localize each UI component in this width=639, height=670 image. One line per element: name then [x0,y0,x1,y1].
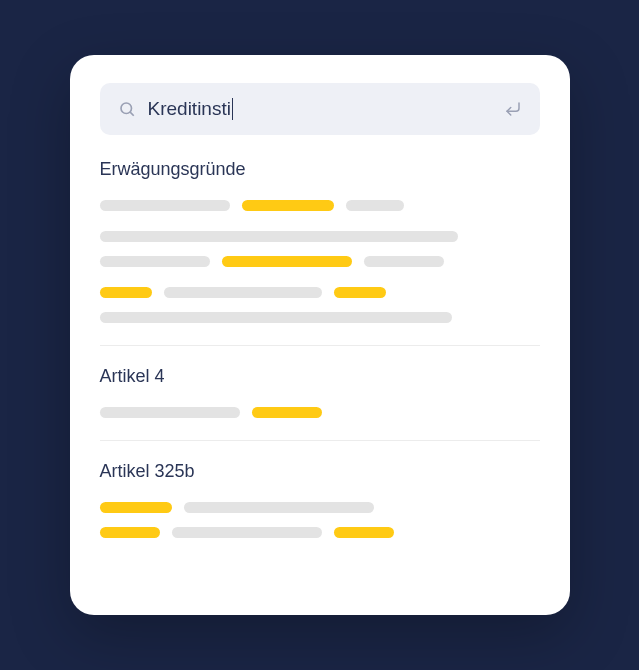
section-title: Artikel 4 [100,366,540,387]
text-caret [232,98,234,120]
search-input-value: Kreditinsti [148,98,231,120]
highlight-placeholder [100,502,172,513]
result-snippet[interactable] [100,287,540,298]
result-snippet[interactable] [100,502,540,513]
result-section: Erwägungsgründe [100,159,540,323]
highlight-placeholder [252,407,322,418]
divider [100,345,540,346]
search-bar[interactable]: Kreditinsti [100,83,540,135]
highlight-placeholder [100,287,152,298]
enter-icon [504,100,522,118]
result-snippet[interactable] [100,256,540,267]
text-placeholder [100,200,230,211]
result-snippet[interactable] [100,231,540,242]
text-placeholder [164,287,322,298]
text-placeholder [100,407,240,418]
highlight-placeholder [334,287,386,298]
result-section: Artikel 4 [100,366,540,418]
highlight-placeholder [242,200,334,211]
text-placeholder [346,200,404,211]
text-placeholder [184,502,374,513]
text-placeholder [100,312,452,323]
text-placeholder [100,231,458,242]
highlight-placeholder [222,256,352,267]
result-snippet[interactable] [100,527,540,538]
search-input[interactable]: Kreditinsti [148,98,504,120]
result-snippet[interactable] [100,407,540,418]
result-section: Artikel 325b [100,461,540,538]
highlight-placeholder [334,527,394,538]
section-title: Erwägungsgründe [100,159,540,180]
svg-point-0 [121,103,132,114]
result-snippet[interactable] [100,200,540,211]
search-icon [118,100,136,118]
divider [100,440,540,441]
section-title: Artikel 325b [100,461,540,482]
search-results-card: Kreditinsti Erwägungsgründe [70,55,570,615]
text-placeholder [364,256,444,267]
text-placeholder [100,256,210,267]
text-placeholder [172,527,322,538]
highlight-placeholder [100,527,160,538]
svg-line-1 [130,112,134,116]
result-snippet[interactable] [100,312,540,323]
